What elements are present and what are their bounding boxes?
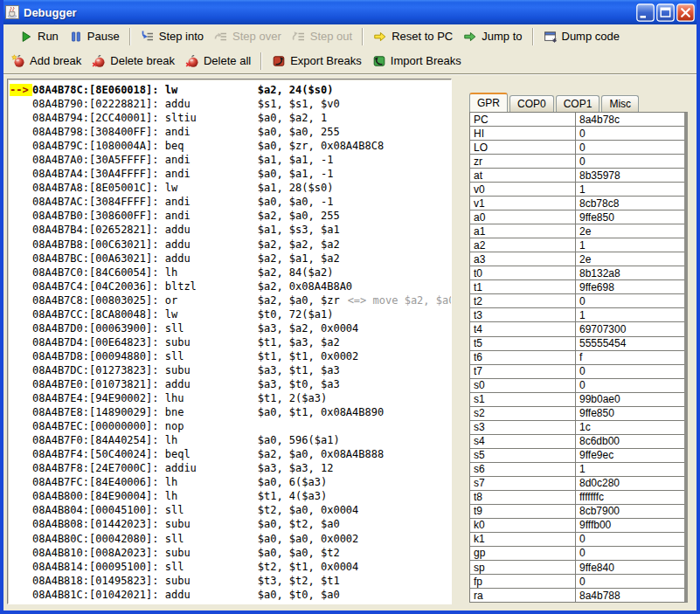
disasm-row[interactable]: 08A4B7BC:[00A63021]: addu$a2, $a1, $a2: [10, 252, 451, 266]
register-value[interactable]: 9ffe698: [576, 280, 684, 293]
register-value[interactable]: 0: [576, 533, 684, 546]
disassembly-listing[interactable]: -->08A4B78C:[8E060018]: lw$a2, 24($s0)08…: [7, 79, 452, 604]
register-value[interactable]: 99b0ae0: [576, 393, 684, 406]
disasm-row[interactable]: 08A4B7A0:[30A5FFFF]: andi$a1, $a1, -1: [10, 153, 451, 167]
register-row: s199b0ae0: [470, 393, 684, 407]
disasm-row[interactable]: 08A4B7C8:[00803025]: or$a2, $a0, $zr<=> …: [10, 293, 451, 307]
disasm-row[interactable]: 08A4B800:[84E90004]: lh$t1, 4($a3): [10, 489, 451, 503]
register-value[interactable]: 69707300: [576, 322, 684, 335]
disasm-row[interactable]: 08A4B7D4:[00E64823]: subu$t1, $a3, $a2: [10, 335, 451, 349]
instruction-address-and-opcode: 08A4B810:[008A2023]:: [32, 547, 165, 559]
disasm-row[interactable]: 08A4B7FC:[84E40006]: lh$a0, 6($a3): [10, 475, 451, 489]
register-value[interactable]: 8c6db00: [576, 435, 684, 448]
register-value[interactable]: 8a4b788: [576, 589, 684, 602]
disasm-row[interactable]: 08A4B7C0:[84C60054]: lh$a2, 84($a2): [10, 266, 451, 279]
instruction-operands: $t1, 2($a3): [258, 392, 327, 404]
disasm-row[interactable]: 08A4B804:[00045100]: sll$t2, $a0, 0x0004: [10, 503, 451, 517]
disasm-row[interactable]: -->08A4B78C:[8E060018]: lw$a2, 24($s0): [10, 83, 451, 97]
instruction-mnemonic: sll: [165, 350, 258, 362]
register-value[interactable]: 9ffe840: [576, 561, 684, 574]
register-value[interactable]: 9ffe850: [576, 210, 684, 224]
register-value[interactable]: 0: [576, 575, 684, 588]
register-value[interactable]: 2e: [576, 252, 684, 266]
disasm-row[interactable]: 08A4B7DC:[01273823]: subu$a3, $t1, $a3: [10, 363, 451, 377]
register-value[interactable]: 1: [576, 463, 684, 476]
register-value[interactable]: 1: [576, 308, 684, 321]
disasm-row[interactable]: 08A4B794:[2CC40001]: sltiu$a0, $a2, 1: [10, 111, 451, 125]
register-value[interactable]: 0: [576, 294, 684, 307]
import-breaks-button[interactable]: Import Breaks: [367, 52, 467, 70]
register-value[interactable]: 0: [576, 365, 684, 378]
tab-cop0[interactable]: COP0: [509, 95, 554, 112]
maximize-button[interactable]: [656, 3, 675, 22]
disasm-row[interactable]: 08A4B790:[02228821]: addu$s1, $s1, $v0: [10, 97, 451, 111]
disasm-row[interactable]: 08A4B7CC:[8CA80048]: lw$t0, 72($a1): [10, 307, 451, 321]
disasm-row[interactable]: 08A4B7D8:[00094880]: sll$t1, $t1, 0x0002: [10, 349, 451, 363]
register-value[interactable]: 1: [576, 183, 684, 196]
tab-cop1[interactable]: COP1: [556, 95, 600, 112]
disasm-row[interactable]: 08A4B79C:[1080004A]: beq$a0, $zr, 0x08A4…: [10, 139, 451, 153]
disasm-row[interactable]: 08A4B7F8:[24E7000C]: addiu$a3, $a3, 12: [10, 461, 451, 475]
register-value[interactable]: 0: [576, 379, 684, 392]
pause-button[interactable]: Pause: [64, 28, 125, 45]
register-value[interactable]: 0: [576, 141, 684, 154]
register-value[interactable]: 8d0c280: [576, 477, 684, 490]
reset-to-pc-button[interactable]: Reset to PC: [368, 28, 458, 45]
close-button[interactable]: [676, 3, 695, 22]
disasm-row[interactable]: 08A4B7E8:[14890029]: bne$a0, $t1, 0x08A4…: [10, 405, 451, 419]
register-value[interactable]: 0: [576, 547, 684, 560]
register-value[interactable]: 8a4b78c: [576, 113, 684, 126]
disasm-row[interactable]: 08A4B81C:[01042021]: addu$a0, $t0, $a0: [10, 588, 451, 602]
run-button[interactable]: Run: [14, 28, 64, 45]
disasm-row[interactable]: 08A4B7C4:[04C20036]: bltzl$a2, 0x08A4B8A…: [10, 279, 451, 293]
disasm-row[interactable]: 08A4B810:[008A2023]: subu$a0, $a0, $t2: [10, 546, 451, 560]
disasm-row[interactable]: 08A4B818:[01495823]: subu$t3, $t2, $t1: [10, 574, 451, 588]
delete-break-button[interactable]: Delete break: [87, 52, 180, 70]
disasm-row[interactable]: 08A4B7B0:[308600FF]: andi$a2, $a0, 255: [10, 209, 451, 223]
register-value[interactable]: 1c: [576, 421, 684, 434]
titlebar[interactable]: Debugger: [0, 0, 700, 24]
register-value[interactable]: 8b132a8: [576, 266, 684, 279]
export-breaks-button[interactable]: Export Breaks: [267, 52, 367, 70]
add-break-button[interactable]: Add break: [6, 52, 87, 70]
jump-to-button[interactable]: Jump to: [458, 28, 527, 45]
register-value[interactable]: 8cb7900: [576, 505, 684, 518]
disasm-row[interactable]: 08A4B80C:[00042080]: sll$a0, $a0, 0x0002: [10, 532, 451, 546]
register-value[interactable]: 8b35978: [576, 169, 684, 182]
java-app-icon[interactable]: [5, 5, 19, 19]
register-value[interactable]: 8cb78c8: [576, 197, 684, 210]
minimize-button[interactable]: [636, 3, 655, 22]
register-value[interactable]: f: [576, 351, 684, 364]
disasm-row[interactable]: 08A4B814:[00095100]: sll$t2, $t1, 0x0004: [10, 560, 451, 574]
instruction-address-and-opcode: 08A4B78C:[8E060018]:: [32, 84, 165, 96]
register-value[interactable]: fffffffc: [576, 491, 684, 504]
disasm-row[interactable]: 08A4B7A4:[30A4FFFF]: andi$a0, $a1, -1: [10, 167, 451, 181]
register-value[interactable]: 1: [576, 238, 684, 252]
register-value[interactable]: 55555454: [576, 337, 684, 350]
register-row: a32e: [470, 252, 684, 266]
disasm-row[interactable]: 08A4B7EC:[00000000]: nop: [10, 419, 451, 433]
delete-all-button[interactable]: Delete all: [180, 52, 256, 70]
register-value[interactable]: 0: [576, 155, 684, 168]
disasm-row[interactable]: 08A4B7B8:[00C63021]: addu$a2, $a2, $a2: [10, 238, 451, 252]
step-into-button[interactable]: Step into: [135, 28, 209, 45]
disasm-row[interactable]: 08A4B7B4:[02652821]: addu$a1, $s3, $a1: [10, 223, 451, 237]
disasm-row[interactable]: 08A4B7E0:[01073821]: addu$a3, $t0, $a3: [10, 377, 451, 391]
disasm-row[interactable]: 08A4B7E4:[94E90002]: lhu$t1, 2($a3): [10, 391, 451, 405]
dump-code-button[interactable]: Dump code: [538, 28, 625, 45]
disasm-row[interactable]: 08A4B7F4:[50C40024]: beql$a2, $a0, 0x08A…: [10, 447, 451, 461]
register-value[interactable]: 9ffe9ec: [576, 449, 684, 462]
disasm-row[interactable]: 08A4B7D0:[00063900]: sll$a3, $a2, 0x0004: [10, 321, 451, 335]
disasm-row[interactable]: 08A4B7F0:[84A40254]: lh$a0, 596($a1): [10, 433, 451, 447]
tab-misc[interactable]: Misc: [601, 95, 639, 112]
disasm-row[interactable]: 08A4B7A8:[8E05001C]: lw$a1, 28($s0): [10, 181, 451, 195]
disasm-row[interactable]: 08A4B7AC:[3084FFFF]: andi$a0, $a0, -1: [10, 195, 451, 209]
register-value[interactable]: 2e: [576, 224, 684, 238]
disasm-row[interactable]: 08A4B808:[01442023]: subu$a0, $t2, $a0: [10, 517, 451, 531]
register-value[interactable]: 9ffe850: [576, 407, 684, 420]
register-value[interactable]: 0: [576, 127, 684, 140]
register-value[interactable]: 9fffb00: [576, 519, 684, 532]
tab-gpr[interactable]: GPR: [469, 93, 508, 112]
disasm-row[interactable]: 08A4B798:[308400FF]: andi$a0, $a0, 255: [10, 125, 451, 139]
instruction-mnemonic: nop: [165, 420, 258, 432]
